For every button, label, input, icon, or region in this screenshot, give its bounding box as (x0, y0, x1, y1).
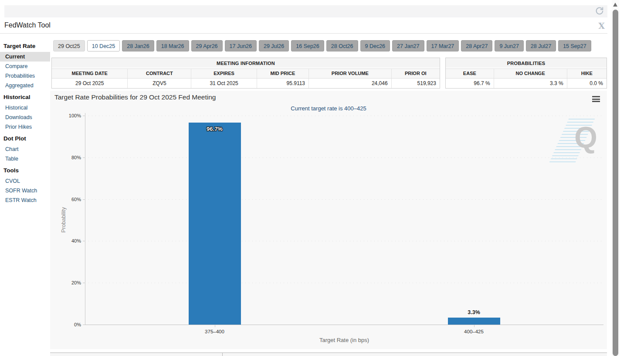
page-title: FedWatch Tool (4, 21, 51, 29)
y-tick-mark (83, 157, 85, 158)
top-toolbar (4, 5, 607, 17)
bar-value-label: 96.7% (189, 126, 241, 132)
scrollbar-thumb[interactable] (613, 10, 618, 356)
cell-value: 0.0 % (567, 79, 607, 88)
meeting-tab-15-sep27[interactable]: 15 Sep27 (558, 40, 591, 51)
meeting-tab-29-jul26[interactable]: 29 Jul26 (259, 40, 289, 51)
vertical-scrollbar[interactable] (612, 0, 619, 356)
table-title: MEETING INFORMATION (52, 58, 440, 68)
column-header: EXPIRES (191, 69, 257, 78)
sidebar-heading-target-rate: Target Rate (0, 39, 50, 52)
probabilities-table: PROBABILITIESEASENO CHANGEHIKE96.7 %3.3 … (445, 58, 607, 89)
cell-value: 24,046 (309, 79, 392, 88)
cell-value: 3.3 % (494, 79, 567, 88)
probability-bar-400-425[interactable] (448, 318, 500, 325)
meeting-tab-17-mar27[interactable]: 17 Mar27 (427, 40, 459, 51)
sidebar-item-cvol[interactable]: CVOL (0, 176, 50, 186)
column-header: EASE (446, 69, 494, 78)
meeting-tab-9-dec26[interactable]: 9 Dec26 (360, 40, 390, 51)
sidebar-item-table[interactable]: Table (0, 154, 50, 164)
y-tick-mark (83, 241, 85, 241)
target-rate-chart: Target Rate Probabilities for 29 Oct 202… (50, 91, 607, 349)
y-tick-label: 20% (62, 280, 81, 285)
column-header: PRIOR VOLUME (309, 69, 392, 78)
meeting-tab-28-oct26[interactable]: 28 Oct26 (326, 40, 358, 51)
cell-value: ZQV5 (128, 79, 191, 88)
y-tick-label: 100% (62, 113, 81, 118)
cell-value: 31 Oct 2025 (191, 79, 257, 88)
date-tabs: 29 Oct2510 Dec2528 Jan2618 Mar2629 Apr26… (53, 40, 607, 52)
y-tick-mark (83, 199, 85, 200)
column-header: CONTRACT (128, 69, 191, 78)
sidebar-item-sofr-watch[interactable]: SOFR Watch (0, 186, 50, 195)
table-value-row: 29 Oct 2025ZQV531 Oct 202595.911324,0465… (52, 79, 440, 88)
y-axis-title: Probability (61, 200, 67, 240)
meeting-tab-10-dec25[interactable]: 10 Dec25 (87, 40, 120, 51)
meeting-tab-9-jun27[interactable]: 9 Jun27 (495, 40, 523, 51)
meeting-tab-16-sep26[interactable]: 16 Sep26 (291, 40, 324, 51)
sidebar-heading-historical: Historical (0, 90, 50, 103)
meeting-tab-29-oct25[interactable]: 29 Oct25 (53, 40, 85, 51)
meeting-tab-17-jun26[interactable]: 17 Jun26 (225, 40, 257, 51)
sidebar-item-current[interactable]: Current (0, 52, 50, 62)
table-header-row: EASENO CHANGEHIKE (446, 68, 607, 79)
meeting-tab-27-jan27[interactable]: 27 Jan27 (392, 40, 424, 51)
cell-value: 96.7 % (446, 79, 494, 88)
fedwatch-app: FedWatch Tool X Target RateCurrentCompar… (0, 0, 644, 356)
table-header-row: MEETING DATECONTRACTEXPIRESMID PRICEPRIO… (52, 68, 440, 79)
x-axis-line (85, 325, 603, 325)
bar-value-label: 3.3% (448, 309, 500, 315)
gridline-60 (85, 199, 603, 200)
column-header: NO CHANGE (494, 69, 567, 78)
sidebar-item-compare[interactable]: Compare (0, 62, 50, 71)
sidebar-item-downloads[interactable]: Downloads (0, 113, 50, 122)
sidebar-item-historical[interactable]: Historical (0, 103, 50, 113)
refresh-icon[interactable] (594, 7, 604, 16)
gridline-80 (85, 157, 603, 158)
plot-area: 0%20%40%60%80%100%96.7%375–4003.3%400–42… (50, 91, 607, 349)
sidebar-item-chart[interactable]: Chart (0, 144, 50, 154)
cell-value: 519,923 (392, 79, 440, 88)
table-divider (222, 353, 223, 356)
table-value-row: 96.7 %3.3 %0.0 % (446, 79, 607, 88)
y-tick-mark (83, 283, 85, 283)
column-header: HIKE (567, 69, 607, 78)
gridline-40 (85, 241, 603, 241)
y-axis-line (85, 113, 85, 325)
x-tick-mark (215, 325, 215, 327)
column-header: PRIOR OI (392, 69, 440, 78)
meeting-tab-28-apr27[interactable]: 28 Apr27 (461, 40, 492, 51)
y-tick-mark (83, 116, 85, 116)
cell-value: 29 Oct 2025 (52, 79, 128, 88)
sidebar-item-probabilities[interactable]: Probabilities (0, 71, 50, 81)
scroll-up-arrow-icon[interactable] (613, 3, 617, 7)
y-tick-label: 80% (62, 155, 81, 160)
next-table-partial (50, 353, 607, 356)
column-header: MEETING DATE (52, 69, 128, 78)
title-bar: FedWatch Tool X (0, 19, 607, 34)
sidebar-item-estr-watch[interactable]: ESTR Watch (0, 195, 50, 205)
sidebar-heading-tools: Tools (0, 164, 50, 176)
meeting-tab-29-apr26[interactable]: 29 Apr26 (191, 40, 223, 51)
table-title: PROBABILITIES (446, 58, 607, 68)
column-header: MID PRICE (257, 69, 309, 78)
sidebar-item-aggregated[interactable]: Aggregated (0, 81, 50, 90)
meeting-tab-18-mar26[interactable]: 18 Mar26 (156, 40, 189, 51)
sidebar-heading-dot-plot: Dot Plot (0, 132, 50, 144)
x-tick-mark (474, 325, 475, 327)
meeting-tab-28-jan26[interactable]: 28 Jan26 (122, 40, 154, 51)
cell-value: 95.9113 (257, 79, 309, 88)
x-axis-title: Target Rate (in bps) (85, 337, 603, 343)
meeting-info-table: MEETING INFORMATIONMEETING DATECONTRACTE… (51, 58, 440, 89)
probability-bar-375-400[interactable] (189, 123, 241, 325)
x-tick-label: 400–425 (448, 329, 500, 334)
gridline-20 (85, 283, 603, 283)
meeting-tab-28-jul27[interactable]: 28 Jul27 (526, 40, 556, 51)
x-tick-label: 375–400 (189, 329, 241, 334)
sidebar-item-prior-hikes[interactable]: Prior Hikes (0, 122, 50, 132)
x-close-icon[interactable]: X (598, 21, 605, 31)
y-tick-label: 0% (62, 322, 81, 327)
sidebar: Target RateCurrentCompareProbabilitiesAg… (0, 39, 50, 205)
gridline-100 (85, 116, 603, 116)
